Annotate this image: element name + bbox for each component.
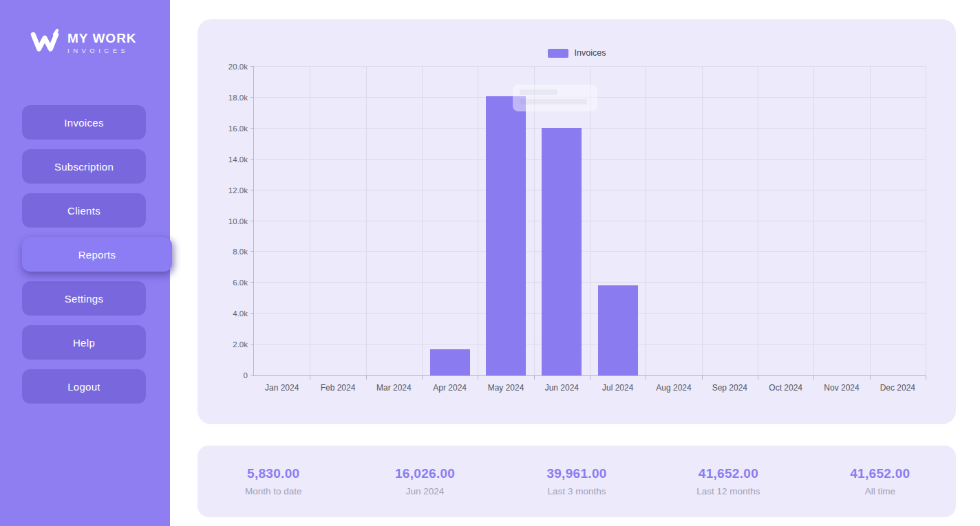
x-tick-label: Apr 2024	[433, 383, 467, 393]
x-tick-mark	[870, 375, 871, 380]
sidebar-item-logout[interactable]: Logout	[22, 369, 146, 404]
y-tick-mark	[251, 190, 254, 190]
x-tick-mark	[590, 375, 590, 380]
y-tick-label: 2.0k	[233, 340, 248, 349]
v-gridline	[758, 67, 758, 375]
x-tick-mark	[702, 375, 703, 380]
v-gridline	[813, 67, 814, 375]
y-tick-label: 16.0k	[228, 124, 248, 133]
y-tick-label: 6.0k	[233, 278, 248, 287]
y-tick-mark	[251, 282, 254, 283]
tooltip-ghost-line	[520, 99, 587, 105]
bar-jun-2024[interactable]	[542, 128, 582, 375]
sidebar-item-clients[interactable]: Clients	[22, 193, 146, 228]
y-tick-label: 4.0k	[233, 309, 248, 318]
y-tick-label: 8.0k	[233, 248, 248, 256]
logo: MY WORK INVOICES	[0, 0, 170, 58]
stat-value: 39,961.00	[501, 466, 652, 481]
sidebar-item-invoices[interactable]: Invoices	[22, 105, 146, 140]
v-gridline	[702, 67, 703, 375]
y-tick-label: 0	[244, 371, 248, 380]
stat-item: 39,961.00Last 3 months	[501, 466, 652, 496]
stat-item: 16,026.00Jun 2024	[349, 466, 500, 496]
legend-label: Invoices	[575, 48, 606, 58]
x-tick-mark	[813, 375, 814, 380]
tooltip-ghost	[513, 85, 597, 111]
y-tick-mark	[251, 97, 254, 98]
x-tick-label: Aug 2024	[656, 383, 691, 393]
v-gridline	[366, 67, 367, 375]
x-tick-mark	[310, 375, 310, 380]
stat-value: 16,026.00	[349, 466, 500, 481]
x-tick-mark	[926, 375, 926, 380]
stat-label: Month to date	[198, 486, 349, 496]
x-tick-mark	[534, 375, 535, 380]
stat-label: Last 12 months	[652, 486, 804, 496]
v-gridline	[926, 67, 926, 375]
stat-item: 41,652.00All time	[805, 466, 956, 496]
sidebar-item-settings[interactable]: Settings	[22, 281, 146, 316]
y-tick-mark	[251, 375, 254, 375]
x-tick-label: May 2024	[488, 383, 524, 393]
tooltip-ghost-line	[520, 89, 557, 95]
y-tick-label: 14.0k	[228, 155, 248, 164]
y-tick-label: 18.0k	[228, 94, 248, 102]
x-tick-mark	[478, 375, 478, 380]
sidebar-item-reports[interactable]: Reports	[22, 237, 172, 272]
x-tick-mark	[366, 375, 367, 380]
v-gridline	[870, 67, 871, 375]
v-gridline	[478, 67, 478, 375]
stat-item: 5,830.00Month to date	[198, 466, 349, 496]
bar-chart-plot-area: 02.0k4.0k6.0k8.0k10.0k12.0k14.0k16.0k18.…	[253, 67, 926, 376]
logo-text: MY WORK INVOICES	[67, 31, 137, 55]
x-tick-mark	[646, 375, 646, 380]
y-tick-label: 20.0k	[228, 63, 248, 71]
stat-item: 41,652.00Last 12 months	[652, 466, 804, 496]
logo-subtitle: INVOICES	[67, 47, 137, 54]
bar-may-2024[interactable]	[486, 96, 526, 375]
stat-label: All time	[805, 486, 956, 496]
y-tick-mark	[251, 313, 254, 314]
bar-jul-2024[interactable]	[598, 285, 638, 375]
v-gridline	[534, 67, 535, 375]
main-content: Invoices 02.0k4.0k6.0k8.0k10.0k12.0k14.0…	[170, 0, 980, 526]
stat-value: 5,830.00	[198, 466, 349, 481]
legend-swatch-invoices[interactable]	[548, 49, 568, 58]
x-tick-label: Jan 2024	[265, 383, 299, 393]
y-tick-mark	[251, 128, 254, 129]
sidebar: MY WORK INVOICES InvoicesSubscriptionCli…	[0, 0, 170, 526]
stat-label: Jun 2024	[349, 486, 500, 496]
y-tick-mark	[251, 344, 254, 344]
x-tick-label: Jun 2024	[545, 383, 579, 393]
v-gridline	[646, 67, 646, 375]
y-tick-mark	[251, 66, 254, 67]
x-tick-mark	[422, 375, 423, 380]
sidebar-item-subscription[interactable]: Subscription	[22, 149, 146, 184]
x-tick-label: Jul 2024	[602, 383, 633, 393]
x-tick-label: Mar 2024	[376, 383, 412, 393]
x-tick-label: Sep 2024	[712, 383, 747, 393]
x-tick-mark	[758, 375, 758, 380]
logo-title: MY WORK	[67, 31, 137, 46]
stat-label: Last 3 months	[501, 486, 652, 496]
x-tick-label: Dec 2024	[880, 383, 915, 393]
summary-stats-card: 5,830.00Month to date16,026.00Jun 202439…	[198, 446, 956, 517]
stat-value: 41,652.00	[652, 466, 804, 481]
x-tick-label: Oct 2024	[769, 383, 802, 393]
bar-apr-2024[interactable]	[430, 349, 470, 375]
x-tick-label: Nov 2024	[824, 383, 859, 393]
sidebar-item-help[interactable]: Help	[22, 325, 146, 360]
v-gridline	[590, 67, 590, 375]
y-tick-mark	[251, 251, 254, 252]
x-tick-label: Feb 2024	[321, 383, 356, 393]
y-tick-mark	[251, 159, 254, 160]
y-tick-label: 12.0k	[228, 186, 248, 195]
logo-mark-icon	[29, 28, 61, 58]
y-tick-label: 10.0k	[228, 217, 248, 226]
sidebar-nav: InvoicesSubscriptionClientsReportsSettin…	[0, 105, 170, 413]
v-gridline	[310, 67, 310, 375]
chart-legend: Invoices	[198, 48, 956, 58]
chart-card: Invoices 02.0k4.0k6.0k8.0k10.0k12.0k14.0…	[198, 19, 956, 424]
v-gridline	[422, 67, 423, 375]
y-tick-mark	[251, 221, 254, 221]
